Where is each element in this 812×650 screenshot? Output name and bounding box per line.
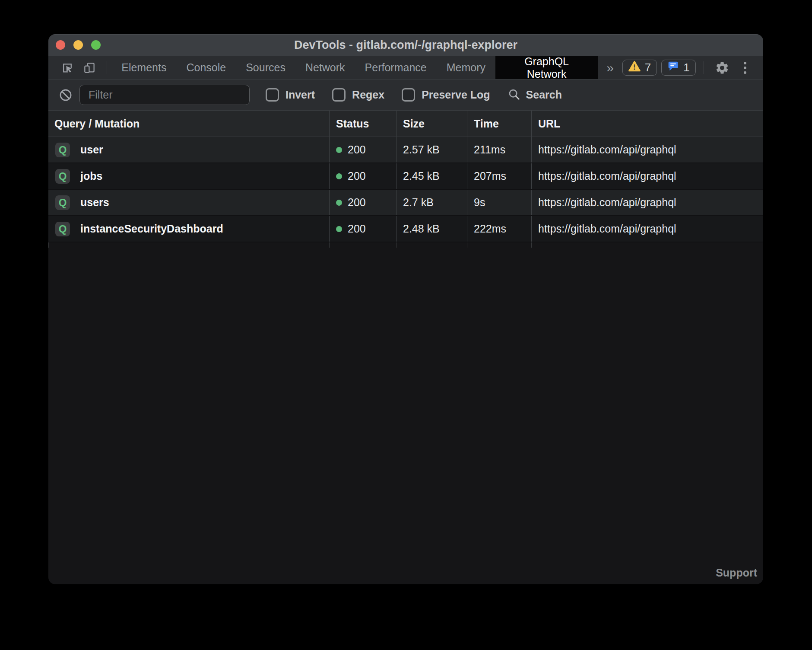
column-separator: [329, 242, 396, 248]
inspect-element-button[interactable]: [58, 56, 77, 79]
query-type-badge: Q: [55, 222, 70, 236]
devtools-toolbar: ElementsConsoleSourcesNetworkPerformance…: [48, 56, 763, 80]
tab-memory[interactable]: Memory: [437, 56, 495, 79]
query-type-badge: Q: [55, 143, 70, 157]
issues-icon: [667, 61, 679, 75]
size-cell: 2.48 kB: [396, 216, 467, 242]
search-button[interactable]: Search: [508, 88, 562, 102]
column-header-url[interactable]: URL: [531, 111, 763, 137]
traffic-lights: [56, 34, 101, 56]
time-cell: 222ms: [467, 216, 531, 242]
close-window-button[interactable]: [56, 40, 65, 50]
column-header-time[interactable]: Time: [467, 111, 531, 137]
minimize-window-button[interactable]: [73, 40, 83, 50]
tab-performance[interactable]: Performance: [355, 56, 437, 79]
warning-count: 7: [645, 61, 651, 74]
window-title: DevTools - gitlab.com/-/graphql-explorer: [294, 38, 517, 52]
status-code: 200: [348, 196, 366, 209]
gear-icon: [715, 61, 730, 75]
inspect-cursor-icon: [61, 61, 74, 74]
status-ok-dot-icon: [336, 147, 342, 153]
query-name: instanceSecurityDashboard: [80, 223, 223, 235]
filter-toolbar: InvertRegexPreserve Log Search: [48, 80, 763, 111]
filter-option-preserve-log[interactable]: Preserve Log: [402, 88, 490, 102]
preserve-log-checkbox[interactable]: [402, 88, 415, 102]
regex-checkbox[interactable]: [332, 88, 346, 102]
request-row-user[interactable]: Quser2002.57 kB211mshttps://gitlab.com/a…: [48, 137, 763, 163]
column-header-status[interactable]: Status: [329, 111, 396, 137]
toolbar-divider: [704, 61, 704, 74]
issues-count: 1: [683, 61, 689, 74]
size-cell: 2.7 kB: [396, 190, 467, 215]
url-cell: https://gitlab.com/api/graphql: [531, 163, 763, 189]
request-row-jobs[interactable]: Qjobs2002.45 kB207mshttps://gitlab.com/a…: [48, 163, 763, 190]
column-header-size[interactable]: Size: [396, 111, 467, 137]
column-separator: [48, 242, 329, 248]
search-label: Search: [526, 89, 562, 101]
filter-options: InvertRegexPreserve Log: [266, 88, 490, 102]
column-separator: [396, 242, 467, 248]
query-name-cell: Qusers: [48, 190, 329, 215]
status-cell: 200: [329, 190, 396, 215]
panel-tabs: ElementsConsoleSourcesNetworkPerformance…: [111, 56, 598, 79]
time-cell: 207ms: [467, 163, 531, 189]
column-header-query-mutation[interactable]: Query / Mutation: [48, 111, 329, 137]
query-type-badge: Q: [55, 169, 70, 184]
filter-input[interactable]: [79, 85, 250, 105]
query-name-cell: Qjobs: [48, 163, 329, 189]
size-cell: 2.57 kB: [396, 137, 467, 162]
request-row-users[interactable]: Qusers2002.7 kB9shttps://gitlab.com/api/…: [48, 190, 763, 216]
support-link[interactable]: Support: [716, 567, 757, 579]
filter-option-regex[interactable]: Regex: [332, 88, 384, 102]
tab-graphql-network[interactable]: GraphQL Network: [495, 56, 598, 79]
regex-checkbox-label: Regex: [352, 89, 384, 101]
status-ok-dot-icon: [336, 173, 342, 179]
block-circle-icon: [59, 88, 73, 102]
clear-requests-button[interactable]: [54, 88, 77, 102]
kebab-menu-icon: [744, 62, 746, 74]
tab-elements[interactable]: Elements: [111, 56, 176, 79]
requests-table: Query / MutationStatusSizeTimeURL Quser2…: [48, 111, 763, 248]
settings-button[interactable]: [711, 56, 733, 79]
status-ok-dot-icon: [336, 226, 342, 232]
warnings-badge[interactable]: 7: [622, 60, 657, 76]
warning-icon: [628, 61, 641, 75]
title-bar: DevTools - gitlab.com/-/graphql-explorer: [48, 34, 763, 56]
devtools-window: DevTools - gitlab.com/-/graphql-explorer…: [48, 34, 763, 584]
query-name: user: [80, 143, 103, 156]
query-name-cell: Quser: [48, 137, 329, 162]
query-type-badge: Q: [55, 195, 70, 210]
url-cell: https://gitlab.com/api/graphql: [531, 190, 763, 215]
device-toolbar-button[interactable]: [79, 56, 100, 79]
url-cell: https://gitlab.com/api/graphql: [531, 216, 763, 242]
zoom-window-button[interactable]: [91, 40, 101, 50]
query-name: jobs: [80, 170, 102, 182]
toolbar-divider: [107, 61, 107, 74]
status-cell: 200: [329, 163, 396, 189]
time-cell: 211ms: [467, 137, 531, 162]
status-code: 200: [348, 143, 366, 156]
status-code: 200: [348, 223, 366, 235]
preserve-log-checkbox-label: Preserve Log: [422, 89, 490, 101]
query-name: users: [80, 196, 109, 209]
tab-network[interactable]: Network: [295, 56, 355, 79]
column-separator: [467, 242, 531, 248]
status-code: 200: [348, 170, 366, 182]
table-header: Query / MutationStatusSizeTimeURL: [48, 111, 763, 137]
more-options-button[interactable]: [733, 56, 757, 79]
tab-sources[interactable]: Sources: [236, 56, 295, 79]
search-icon: [508, 88, 520, 102]
column-separator: [531, 242, 763, 248]
issues-badge[interactable]: 1: [661, 60, 695, 76]
status-cell: 200: [329, 137, 396, 162]
invert-checkbox-label: Invert: [285, 89, 315, 101]
invert-checkbox[interactable]: [266, 88, 279, 102]
filter-option-invert[interactable]: Invert: [266, 88, 315, 102]
request-row-instancesecuritydashboard[interactable]: QinstanceSecurityDashboard2002.48 kB222m…: [48, 216, 763, 242]
size-cell: 2.45 kB: [396, 163, 467, 189]
tab-console[interactable]: Console: [176, 56, 236, 79]
status-cell: 200: [329, 216, 396, 242]
more-tabs-button[interactable]: »: [598, 56, 622, 79]
url-cell: https://gitlab.com/api/graphql: [531, 137, 763, 162]
status-ok-dot-icon: [336, 200, 342, 206]
